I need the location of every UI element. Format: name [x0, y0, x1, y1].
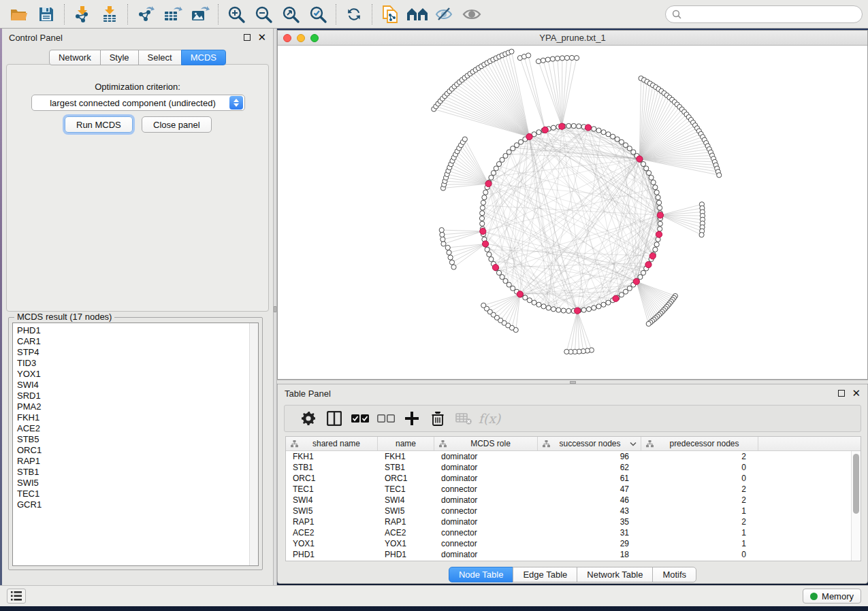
table-cell[interactable]: 1	[641, 506, 758, 516]
run-mcds-button[interactable]: Run MCDS	[65, 116, 133, 133]
zoom-fit-icon[interactable]	[277, 3, 304, 26]
table-cell[interactable]: SWI4	[286, 495, 378, 505]
table-cell[interactable]: 61	[538, 474, 641, 483]
mcds-result-item[interactable]: STB5	[17, 434, 258, 445]
table-row[interactable]: SWI4SWI4dominator462	[286, 495, 861, 506]
table-cell[interactable]: 0	[641, 550, 758, 559]
column-header-shared-name[interactable]: shared name	[286, 437, 378, 450]
mcds-result-item[interactable]: ACE2	[17, 423, 258, 434]
table-cell[interactable]: connector	[434, 484, 538, 494]
column-header-MCDS-role[interactable]: MCDS role	[434, 437, 538, 450]
search-input[interactable]	[681, 9, 856, 19]
mcds-result-item[interactable]: SWI4	[17, 380, 258, 391]
table-cell[interactable]: 2	[641, 517, 758, 527]
deselect-all-icon[interactable]	[373, 408, 399, 429]
table-cell[interactable]: PHD1	[286, 550, 378, 559]
mcds-result-item[interactable]: STP4	[17, 347, 258, 358]
tab-edge-table[interactable]: Edge Table	[513, 567, 577, 582]
table-cell[interactable]: ORC1	[378, 474, 434, 483]
table-cell[interactable]: 31	[538, 528, 641, 538]
table-cell[interactable]: SWI5	[378, 506, 434, 516]
scrollbar-thumb[interactable]	[853, 454, 859, 514]
settings-icon[interactable]	[295, 408, 321, 429]
mcds-result-item[interactable]: TID3	[17, 358, 258, 369]
table-cell[interactable]: connector	[434, 528, 538, 538]
mcds-result-item[interactable]: GCR1	[17, 499, 258, 510]
table-cell[interactable]: 1	[641, 528, 758, 538]
table-row[interactable]: FKH1FKH1dominator962	[286, 451, 861, 462]
table-cell[interactable]: FKH1	[378, 452, 434, 461]
mcds-result-item[interactable]: CAR1	[17, 336, 258, 347]
zoom-out-icon[interactable]	[250, 3, 277, 26]
column-header-predecessor-nodes[interactable]: predecessor nodes	[641, 437, 758, 450]
add-column-icon[interactable]	[399, 408, 425, 429]
table-cell[interactable]: 18	[538, 550, 641, 559]
table-cell[interactable]: ACE2	[378, 528, 434, 538]
table-cell[interactable]: SWI5	[286, 506, 378, 516]
table-cell[interactable]: 29	[538, 539, 641, 548]
show-graphics-details-icon[interactable]	[458, 3, 485, 26]
mcds-result-item[interactable]: STB1	[17, 467, 258, 478]
table-cell[interactable]: ACE2	[286, 528, 378, 538]
table-row[interactable]: RAP1RAP1dominator352	[286, 516, 861, 527]
table-row[interactable]: TEC1TEC1connector472	[286, 484, 861, 495]
table-cell[interactable]: 0	[641, 463, 758, 472]
table-row[interactable]: ACE2ACE2connector311	[286, 527, 861, 538]
table-row[interactable]: ORC1ORC1dominator610	[286, 473, 861, 484]
table-cell[interactable]: YOX1	[286, 539, 378, 548]
table-row[interactable]: YOX1YOX1connector291	[286, 538, 861, 549]
mcds-result-item[interactable]: TEC1	[17, 489, 258, 499]
export-table-icon[interactable]	[159, 3, 187, 26]
tab-style[interactable]: Style	[100, 50, 139, 65]
zoom-in-icon[interactable]	[223, 3, 250, 26]
close-panel-icon[interactable]: ✕	[852, 390, 861, 397]
criterion-dropdown[interactable]: largest connected component (undirected)	[31, 95, 245, 111]
export-network-icon[interactable]	[132, 3, 159, 26]
select-all-icon[interactable]	[347, 408, 373, 429]
table-cell[interactable]: 0	[641, 474, 758, 483]
mcds-result-item[interactable]: PHD1	[17, 325, 258, 336]
table-cell[interactable]: STB1	[286, 463, 378, 472]
table-cell[interactable]: STB1	[378, 463, 434, 472]
table-cell[interactable]: 2	[641, 452, 758, 461]
mcds-result-item[interactable]: PMA2	[17, 401, 258, 412]
close-panel-icon[interactable]: ✕	[257, 34, 266, 41]
table-cell[interactable]: dominator	[434, 495, 538, 505]
memory-button[interactable]: Memory	[803, 589, 861, 604]
table-cell[interactable]: 96	[538, 452, 641, 461]
float-panel-icon[interactable]	[244, 34, 251, 41]
table-cell[interactable]: 43	[538, 506, 641, 516]
refresh-icon[interactable]	[340, 3, 368, 26]
float-panel-icon[interactable]	[838, 390, 845, 397]
delete-column-icon[interactable]	[425, 408, 451, 429]
table-cell[interactable]: TEC1	[378, 484, 434, 494]
mcds-result-item[interactable]: SRD1	[17, 391, 258, 401]
table-cell[interactable]: 2	[641, 495, 758, 505]
search-box[interactable]	[665, 5, 863, 23]
tab-motifs[interactable]: Motifs	[652, 567, 696, 582]
mcds-list-scrollbar[interactable]	[249, 323, 258, 565]
table-cell[interactable]: 35	[538, 517, 641, 527]
table-cell[interactable]: 46	[538, 495, 641, 505]
table-cell[interactable]: dominator	[434, 474, 538, 483]
import-table-icon[interactable]	[96, 3, 123, 26]
table-scrollbar[interactable]	[851, 451, 861, 561]
table-cell[interactable]: 1	[641, 539, 758, 548]
zoom-selected-icon[interactable]	[304, 3, 332, 26]
tab-select[interactable]: Select	[138, 50, 182, 65]
task-history-button[interactable]	[7, 589, 26, 604]
table-cell[interactable]: YOX1	[378, 539, 434, 548]
column-header-name[interactable]: name	[378, 437, 434, 450]
tab-network-table[interactable]: Network Table	[577, 567, 653, 582]
table-cell[interactable]: SWI4	[378, 495, 434, 505]
mcds-result-item[interactable]: FKH1	[17, 412, 258, 423]
mcds-result-list[interactable]: PHD1CAR1STP4TID3YOX1SWI4SRD1PMA2FKH1ACE2…	[12, 323, 259, 566]
tab-network[interactable]: Network	[49, 50, 101, 65]
table-cell[interactable]: dominator	[434, 452, 538, 461]
splitter-grip[interactable]	[274, 306, 276, 312]
export-image-icon[interactable]	[187, 3, 214, 26]
mcds-result-item[interactable]: RAP1	[17, 456, 258, 467]
open-session-icon[interactable]	[5, 3, 33, 26]
mcds-result-item[interactable]: ORC1	[17, 445, 258, 456]
table-cell[interactable]: ORC1	[286, 474, 378, 483]
